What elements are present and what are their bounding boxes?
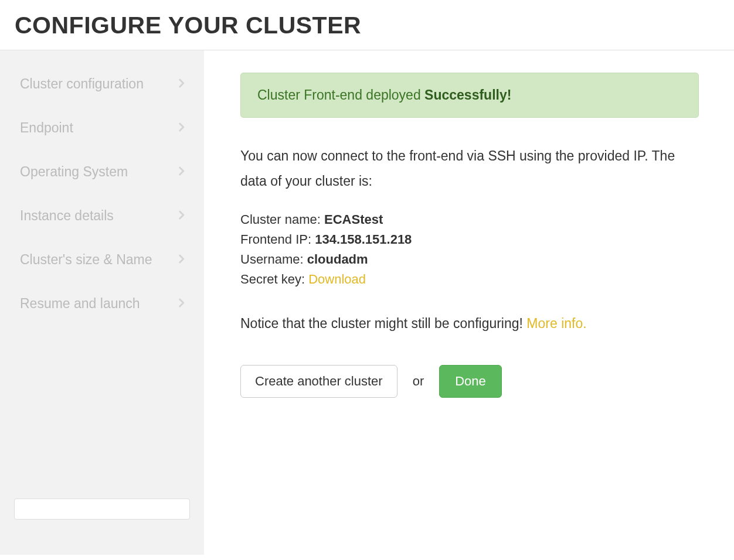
frontend-ip-label: Frontend IP: — [240, 232, 315, 247]
sidebar-item-label: Cluster configuration — [20, 76, 144, 92]
sidebar-item-label: Cluster's size & Name — [20, 252, 152, 268]
frontend-ip-row: Frontend IP: 134.158.151.218 — [240, 230, 699, 250]
download-link[interactable]: Download — [308, 272, 366, 286]
sidebar-item-label: Endpoint — [20, 120, 73, 136]
username-label: Username: — [240, 252, 307, 267]
main-content: Cluster Front-end deployed Successfully!… — [204, 50, 734, 555]
chevron-right-icon — [176, 296, 186, 312]
sidebar-spacer — [0, 326, 204, 498]
cluster-name-label: Cluster name: — [240, 212, 324, 227]
done-button[interactable]: Done — [439, 365, 502, 398]
page-title: CONFIGURE YOUR CLUSTER — [15, 12, 719, 39]
more-info-link[interactable]: More info. — [526, 316, 586, 331]
notice-text-label: Notice that the cluster might still be c… — [240, 316, 526, 331]
chevron-right-icon — [176, 209, 186, 224]
sidebar-item-resume-launch[interactable]: Resume and launch — [0, 282, 204, 326]
cluster-name-value: ECAStest — [324, 212, 383, 227]
sidebar-item-label: Operating System — [20, 164, 128, 180]
secret-key-row: Secret key: Download — [240, 269, 699, 289]
button-row: Create another cluster or Done — [240, 365, 699, 398]
sidebar: Cluster configuration Endpoint Operating… — [0, 50, 204, 555]
sidebar-item-cluster-size-name[interactable]: Cluster's size & Name — [0, 238, 204, 282]
username-value: cloudadm — [307, 252, 368, 267]
content-wrapper: Cluster configuration Endpoint Operating… — [0, 50, 734, 555]
create-another-button[interactable]: Create another cluster — [240, 365, 397, 398]
username-row: Username: cloudadm — [240, 250, 699, 269]
chevron-right-icon — [176, 252, 186, 268]
sidebar-item-endpoint[interactable]: Endpoint — [0, 106, 204, 150]
header: CONFIGURE YOUR CLUSTER — [0, 0, 734, 50]
secret-key-label: Secret key: — [240, 272, 308, 286]
sidebar-input-holder — [0, 498, 204, 555]
sidebar-item-cluster-configuration[interactable]: Cluster configuration — [0, 62, 204, 106]
chevron-right-icon — [176, 165, 186, 180]
sidebar-item-label: Instance details — [20, 208, 114, 224]
notice-text: Notice that the cluster might still be c… — [240, 313, 699, 334]
alert-prefix: Cluster Front-end deployed — [257, 87, 424, 103]
sidebar-input[interactable] — [14, 498, 190, 520]
chevron-right-icon — [176, 77, 186, 92]
or-text: or — [413, 374, 424, 389]
frontend-ip-value: 134.158.151.218 — [315, 232, 412, 247]
cluster-details: Cluster name: ECAStest Frontend IP: 134.… — [240, 210, 699, 289]
sidebar-item-instance-details[interactable]: Instance details — [0, 194, 204, 238]
intro-text: You can now connect to the front-end via… — [240, 144, 699, 193]
sidebar-item-label: Resume and launch — [20, 296, 140, 312]
alert-success: Cluster Front-end deployed Successfully! — [240, 73, 699, 118]
alert-success-strong: Successfully! — [424, 87, 511, 103]
chevron-right-icon — [176, 121, 186, 136]
cluster-name-row: Cluster name: ECAStest — [240, 210, 699, 230]
sidebar-item-operating-system[interactable]: Operating System — [0, 150, 204, 194]
